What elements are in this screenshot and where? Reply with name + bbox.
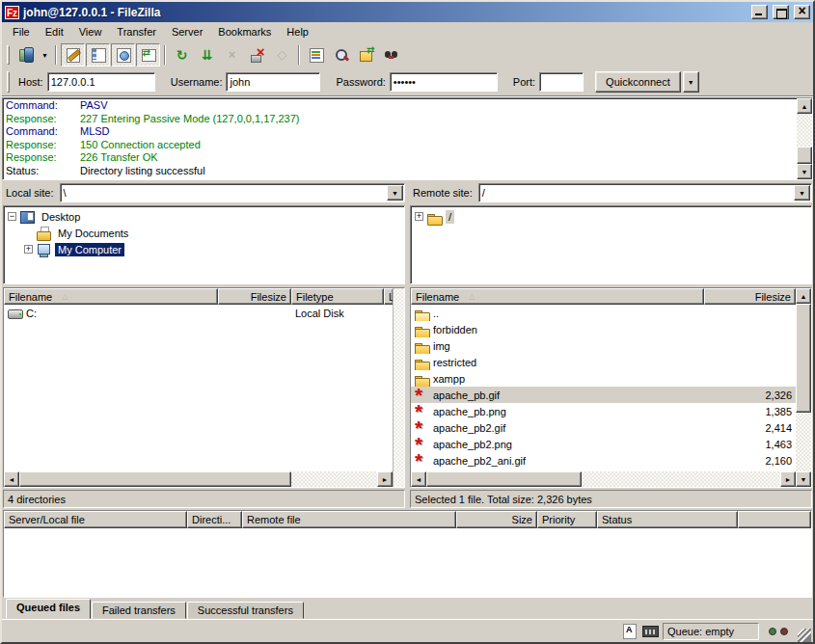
- queue-column-directi-[interactable]: Directi...: [187, 511, 242, 528]
- file-row[interactable]: xampp: [411, 370, 796, 387]
- menu-help[interactable]: Help: [279, 24, 316, 40]
- file-row[interactable]: apache_pb2.gif2,414: [411, 419, 796, 436]
- password-input[interactable]: [390, 72, 498, 92]
- remote_pane-horizontal-scrollbar[interactable]: ◄►: [411, 471, 796, 487]
- menu-bookmarks[interactable]: Bookmarks: [210, 24, 279, 40]
- tab-queued-files[interactable]: Queued files: [6, 599, 91, 619]
- file-row[interactable]: ..: [411, 305, 796, 321]
- queue-tabs: Queued filesFailed transfersSuccessful t…: [2, 598, 813, 619]
- close-button[interactable]: [794, 5, 810, 19]
- column-header-filesize[interactable]: Filesize: [218, 288, 291, 305]
- file-row[interactable]: apache_pb.gif2,326: [411, 387, 796, 403]
- chevron-down-icon[interactable]: ▼: [794, 185, 810, 201]
- minimize-button[interactable]: [751, 5, 768, 19]
- file-row[interactable]: apache_pb2.png1,463: [411, 436, 796, 452]
- queue-column-server-local-file[interactable]: Server/Local file: [4, 511, 187, 528]
- scroll-track[interactable]: [796, 304, 811, 471]
- scroll-left-icon[interactable]: ◄: [4, 471, 19, 487]
- tab-successful-transfers[interactable]: Successful transfers: [187, 602, 304, 619]
- tree-item[interactable]: −Desktop: [6, 208, 404, 225]
- file-row[interactable]: img: [411, 337, 796, 354]
- menu-transfer[interactable]: Transfer: [109, 24, 164, 40]
- file-row[interactable]: C:Local Disk: [4, 305, 393, 321]
- scroll-up-icon[interactable]: ▲: [796, 288, 811, 304]
- queue-column-status[interactable]: Status: [597, 511, 738, 528]
- queue-column-priority[interactable]: Priority: [537, 511, 597, 528]
- column-header-filename[interactable]: Filename△: [411, 288, 704, 305]
- queue-column-remote-file[interactable]: Remote file: [242, 511, 456, 528]
- quickbar-grip[interactable]: [7, 71, 10, 93]
- message-log-scrollbar[interactable]: ▲ ▼: [797, 98, 812, 179]
- tab-failed-transfers[interactable]: Failed transfers: [92, 602, 186, 619]
- synchronized-browsing-button[interactable]: [354, 43, 378, 67]
- port-input[interactable]: [539, 72, 584, 92]
- reconnect-glyph: ◇: [275, 47, 290, 63]
- resize-grip[interactable]: [798, 629, 811, 642]
- queue-column-size[interactable]: Size: [456, 511, 537, 528]
- title-bar[interactable]: Fz john@127.0.0.1 - FileZilla: [2, 2, 813, 22]
- menu-view[interactable]: View: [71, 24, 110, 40]
- scroll-up-icon[interactable]: ▲: [797, 98, 812, 114]
- refresh-button[interactable]: ↻: [170, 43, 194, 67]
- speed-limits-icon[interactable]: [642, 626, 659, 637]
- file-row[interactable]: restricted: [411, 354, 796, 370]
- site-manager-button[interactable]: [14, 43, 38, 67]
- directory-comparison-icon: [334, 47, 349, 63]
- toolbar-grip[interactable]: [7, 45, 10, 65]
- folder-up-icon: [415, 306, 430, 320]
- column-header-l[interactable]: L: [384, 288, 393, 305]
- site-manager-dropdown-icon[interactable]: ▼: [39, 43, 51, 67]
- file-row[interactable]: apache_pb2_ani.gif2,160: [411, 452, 796, 469]
- scroll-thumb[interactable]: [796, 304, 811, 413]
- scroll-track[interactable]: [797, 114, 812, 164]
- scroll-track[interactable]: [19, 471, 377, 487]
- disconnect-button[interactable]: [245, 43, 269, 67]
- file-size-cell: 2,160: [704, 452, 796, 469]
- toggle-transfer-queue-button[interactable]: [136, 43, 160, 67]
- toggle-message-log-button[interactable]: [61, 43, 85, 67]
- file-row[interactable]: apache_pb.png1,385: [411, 403, 796, 419]
- username-input[interactable]: [226, 72, 320, 92]
- scroll-track[interactable]: [426, 471, 780, 487]
- queue-column-blank[interactable]: [738, 511, 811, 528]
- scroll-left-icon[interactable]: ◄: [411, 471, 426, 487]
- menu-server[interactable]: Server: [164, 24, 210, 40]
- collapse-icon[interactable]: −: [8, 212, 16, 221]
- scroll-thumb[interactable]: [797, 147, 812, 164]
- transfer-type-icon[interactable]: [622, 623, 638, 639]
- maximize-button[interactable]: [773, 5, 789, 19]
- tree-item[interactable]: +/: [413, 208, 811, 225]
- remote_pane-site-combobox[interactable]: /▼: [478, 183, 812, 202]
- remote_pane-vertical-scrollbar[interactable]: ▲▼: [796, 288, 811, 487]
- scroll-thumb[interactable]: [19, 471, 291, 487]
- scroll-thumb[interactable]: [426, 471, 582, 487]
- column-header-label: Filename: [416, 291, 459, 303]
- toggle-local-tree-button[interactable]: [86, 43, 110, 67]
- find-files-button[interactable]: [379, 43, 403, 67]
- column-header-filename[interactable]: Filename△: [4, 288, 218, 305]
- scroll-down-icon[interactable]: ▼: [796, 471, 811, 487]
- menu-file[interactable]: File: [5, 24, 38, 40]
- expand-icon[interactable]: +: [415, 212, 423, 221]
- host-input[interactable]: [47, 72, 155, 92]
- scroll-right-icon[interactable]: ►: [780, 471, 796, 487]
- file-row[interactable]: forbidden: [411, 321, 796, 337]
- quickconnect-dropdown-button[interactable]: ▼: [683, 71, 699, 93]
- scroll-right-icon[interactable]: ►: [377, 471, 393, 487]
- menu-edit[interactable]: Edit: [38, 24, 71, 40]
- chevron-down-icon[interactable]: ▼: [387, 185, 403, 201]
- file-modified-cell: [384, 305, 393, 321]
- quickconnect-button[interactable]: Quickconnect: [595, 71, 681, 93]
- expand-icon[interactable]: +: [24, 245, 33, 254]
- local_pane-horizontal-scrollbar[interactable]: ◄►: [4, 471, 393, 487]
- scroll-down-icon[interactable]: ▼: [797, 164, 812, 179]
- column-header-filesize[interactable]: Filesize: [704, 288, 796, 305]
- directory-comparison-button[interactable]: [329, 43, 353, 67]
- tree-item[interactable]: My Documents: [6, 225, 404, 241]
- filename-filters-button[interactable]: [304, 43, 328, 67]
- tree-item[interactable]: +My Computer: [6, 241, 404, 257]
- process-queue-button[interactable]: ⇊: [195, 43, 219, 67]
- toggle-remote-tree-button[interactable]: [111, 43, 135, 67]
- local_pane-site-combobox[interactable]: \▼: [60, 183, 405, 202]
- column-header-filetype[interactable]: Filetype: [291, 288, 384, 305]
